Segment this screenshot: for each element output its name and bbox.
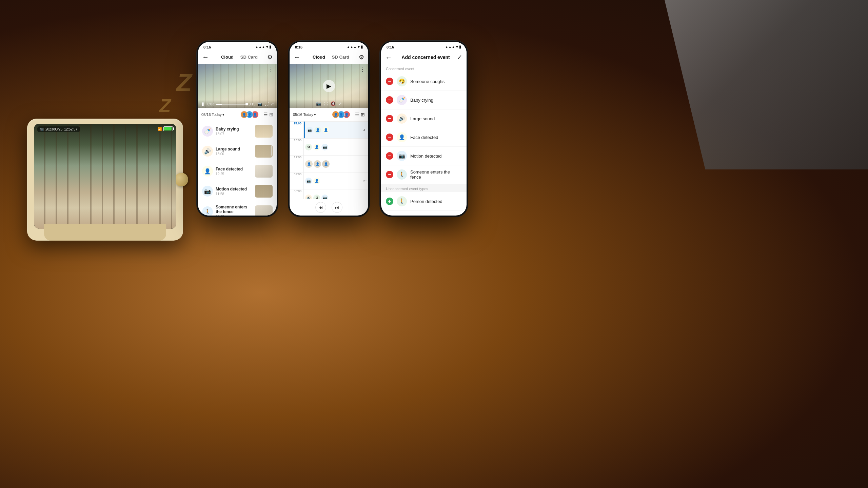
event-toggle-person-detected[interactable]: + 🚶 Person detected [381, 192, 467, 211]
phone-1-tab-sdcard[interactable]: SD Card [237, 53, 261, 61]
event-toggle-someone-coughs[interactable]: − 🤧 Someone coughs [381, 72, 467, 91]
phone-2-time: 8:16 [295, 45, 302, 49]
event-toggle-face-detected[interactable]: − 👤 Face detected [381, 128, 467, 147]
tl-icon-baby: ⚙ [305, 144, 312, 150]
phone-1-time: 8:16 [203, 45, 211, 49]
phone-2-mic-icon[interactable]: 🔇 [331, 101, 336, 106]
phone-2-wifi-icon: ▾ [358, 45, 360, 49]
face-detected-icon-p3: 👤 [397, 132, 407, 142]
event-item-face-detected[interactable]: 👤 Face detected 12:25 [198, 161, 277, 181]
timeline-row-15[interactable]: 📷 👤 👤 4+ [304, 121, 368, 138]
event-item-motion-detected[interactable]: 📷 Motion detected 11:58 [198, 181, 277, 201]
baby-crying-thumb [255, 125, 273, 138]
large-sound-label-p3: Large sound [410, 116, 435, 121]
battery-icon: ▮ [269, 45, 271, 49]
battery-tip [173, 127, 174, 130]
timeline-row-11[interactable]: 👤 👤 👤 [304, 155, 368, 172]
motion-detected-thumb [255, 185, 273, 198]
wifi-icon: ▾ [266, 45, 268, 49]
fence-icon-p3: 🚶 [397, 169, 407, 180]
phone-1-pause-button[interactable]: ⏸ [201, 101, 205, 107]
person-detected-icon-p3: 🚶 [397, 196, 407, 206]
phone-2-header-tabs: Cloud SD Card [303, 53, 359, 61]
phone-2-tab-cloud[interactable]: Cloud [309, 53, 329, 61]
expand-icon[interactable]: ⤢ [271, 102, 274, 106]
hour-13: 13:00 [290, 138, 303, 155]
event-toggle-fence[interactable]: − 🚶 Someone enters the fence [381, 165, 467, 184]
phone-2-screenshot-icon[interactable]: 📷 [316, 101, 321, 106]
phone-3-confirm-button[interactable]: ✓ [457, 53, 462, 61]
phone-3-events-scroll: − 🤧 Someone coughs − 🍼 Baby crying − 🔊 L… [381, 72, 467, 216]
remove-large-sound-button[interactable]: − [386, 115, 393, 122]
phone-1-back-button[interactable]: ← [202, 53, 209, 61]
phone-2-date-chevron: ▾ [314, 113, 316, 117]
large-sound-thumb [255, 145, 273, 158]
timeline-row-13[interactable]: ⚙ 👤 📷 [304, 138, 368, 155]
phone-2-avatar-1: 👤 [332, 111, 339, 118]
baby-crying-label-p3: Baby crying [410, 98, 433, 103]
display-screen: 📷 2023/03/25 12:52:57 📶 [34, 124, 176, 229]
large-sound-name: Large sound [216, 147, 252, 151]
remove-baby-crying-button[interactable]: − [386, 96, 393, 104]
list-view-button[interactable]: ☰ [263, 112, 268, 117]
tl-icon-motion: 📷 [306, 127, 313, 134]
phone-3-back-button[interactable]: ← [385, 54, 392, 61]
remove-face-detected-button[interactable]: − [386, 134, 393, 141]
phone-1-progress-bar[interactable] [216, 104, 246, 105]
phone-2-status-bar: 8:16 ▲▲▲ ▾ ▮ [290, 42, 368, 50]
remove-fence-button[interactable]: − [386, 171, 393, 178]
motion-detected-name: Motion detected [216, 187, 252, 191]
coughs-label: Someone coughs [410, 79, 445, 84]
fullscreen-icon[interactable]: ⛶ [264, 102, 269, 106]
screenshot-icon[interactable]: 📷 [257, 102, 262, 106]
phone-2-settings-icon[interactable]: ⚙ [359, 54, 364, 61]
tl-badge-4: 4+ [363, 128, 367, 132]
fence-info: Someone enters the fence 10:35 [213, 205, 255, 216]
phone-2-date-label: 05/16 Today [293, 113, 313, 117]
face-detected-name: Face detected [216, 167, 252, 171]
remove-motion-detected-button[interactable]: − [386, 152, 393, 160]
phone-2-tab-sdcard[interactable]: SD Card [329, 53, 353, 61]
phone-2-fullscreen-icon[interactable]: ⛶ [324, 101, 328, 106]
hour-15: 15:00 [290, 121, 303, 138]
phone-2-list-view-button[interactable]: ☰ [355, 112, 359, 117]
phone-1-date-chevron: ▾ [222, 113, 224, 117]
phone-1-settings-icon[interactable]: ⚙ [267, 54, 273, 61]
event-item-fence[interactable]: 🚶 Someone enters the fence 10:35 [198, 201, 277, 216]
phone-2-expand-icon[interactable]: ⤢ [338, 101, 342, 106]
remove-someone-coughs-button[interactable]: − [386, 78, 393, 85]
phone-1-progress-fill [216, 104, 222, 105]
phone-2-date-filter[interactable]: 05/16 Today ▾ [293, 113, 316, 117]
large-sound-time: 13:00 [216, 152, 252, 156]
skip-back-button[interactable]: ⏮ [315, 202, 326, 213]
motion-detected-time: 11:58 [216, 192, 252, 196]
event-item-baby-crying[interactable]: 🍼 Baby crying 13:07 [198, 121, 277, 141]
face-detected-thumb [255, 165, 273, 178]
phone-2-timeline-content: 📷 👤 👤 4+ ⚙ 👤 📷 👤 [304, 121, 368, 199]
large-sound-info: Large sound 13:00 [213, 147, 255, 156]
hour-08: 08:00 [290, 189, 303, 199]
baby-crying-info: Baby crying 13:07 [213, 127, 255, 136]
add-person-detected-button[interactable]: + [386, 198, 393, 205]
tl-icon-face: 👤 [322, 127, 329, 134]
tl-icon-person: 👤 [314, 127, 321, 134]
event-toggle-large-sound[interactable]: − 🔊 Large sound [381, 109, 467, 128]
grid-view-button[interactable]: ⊞ [269, 112, 273, 117]
phone-1-more-button[interactable]: ⋮ [268, 65, 274, 73]
event-toggle-motion-detected[interactable]: − 📷 Motion detected [381, 147, 467, 165]
phone-2-more-button[interactable]: ⋮ [359, 65, 366, 73]
display-knob[interactable] [175, 173, 188, 186]
event-toggle-baby-crying[interactable]: − 🍼 Baby crying [381, 91, 467, 109]
phone-2-back-button[interactable]: ← [294, 53, 300, 61]
tl-icon-motion2: 📷 [321, 144, 328, 150]
phone-2-battery-icon: ▮ [361, 45, 363, 49]
phone-1-date-filter[interactable]: 05/16 Today ▾ [201, 113, 224, 117]
phone-1-tab-cloud[interactable]: Cloud [218, 53, 237, 61]
event-item-large-sound[interactable]: 🔊 Large sound 13:00 [198, 141, 277, 161]
phone-1-video-area: ⏸ 0:03 0:15 📷 ⛶ ⤢ ⋮ [198, 64, 277, 108]
screen-content: 📷 2023/03/25 12:52:57 📶 [34, 124, 176, 229]
phone-2-grid-view-button[interactable]: ⊞ [361, 112, 365, 117]
skip-forward-button[interactable]: ⏭ [332, 202, 342, 213]
timeline-row-08[interactable]: 🔊 ⚙ 📷 [304, 189, 368, 199]
timeline-row-09[interactable]: 📷 👤 2+ [304, 172, 368, 189]
